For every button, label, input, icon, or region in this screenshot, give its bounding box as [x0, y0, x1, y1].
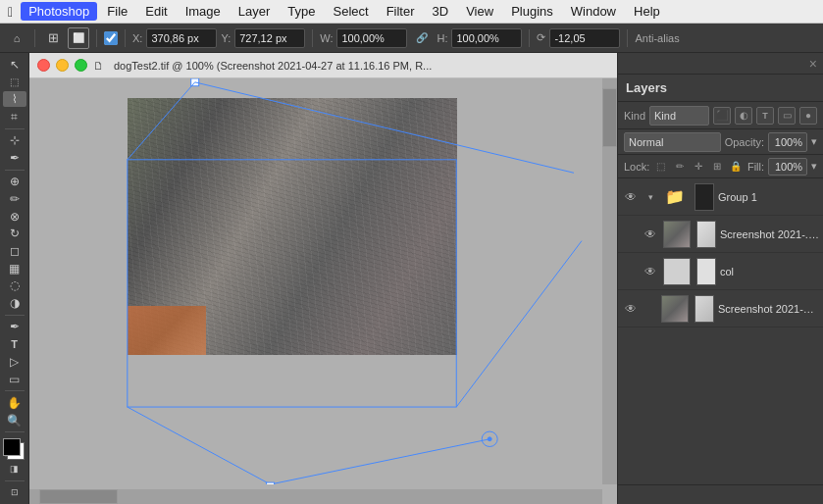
apple-logo[interactable]:  [8, 4, 13, 20]
layer-eye-col[interactable]: 👁 [642, 265, 659, 278]
menu-window[interactable]: Window [563, 2, 624, 21]
dodge-tool[interactable]: ◑ [3, 295, 26, 311]
layers-list: 👁 ▾ 📁 Group 1 👁 Screenshot 2021-... at 1… [618, 178, 823, 484]
w-input[interactable] [336, 28, 407, 48]
menu-file[interactable]: File [99, 2, 135, 21]
layers-panel-title: Layers [626, 80, 667, 95]
foreground-color-swatch[interactable] [3, 438, 21, 456]
hand-tool[interactable]: ✋ [3, 395, 26, 411]
type-filter-icon[interactable]: T [756, 107, 774, 125]
blur-tool[interactable]: ◌ [3, 278, 26, 294]
angle-input[interactable] [549, 28, 620, 48]
maximize-button[interactable] [75, 59, 87, 72]
fill-input[interactable] [768, 158, 807, 176]
menu-filter[interactable]: Filter [379, 2, 423, 21]
home-icon[interactable]: ⌂ [6, 27, 27, 49]
link-wh-icon[interactable]: 🔗 [411, 27, 433, 49]
close-button[interactable] [37, 59, 50, 72]
history-brush-tool[interactable]: ↻ [3, 227, 26, 242]
magic-wand-tool[interactable]: ⌗ [3, 109, 26, 125]
opacity-chevron[interactable]: ▾ [811, 135, 817, 148]
layer-item-col[interactable]: 👁 col [618, 253, 823, 290]
color-swatches[interactable] [3, 438, 26, 452]
selection-tool[interactable]: ⬚ [3, 75, 26, 90]
shape-tool[interactable]: ▭ [3, 372, 26, 387]
lock-all-icon[interactable]: 🔒 [729, 159, 744, 175]
layer-eye-screenshot2[interactable]: 👁 [622, 302, 640, 316]
layer-name-col: col [720, 266, 819, 277]
layer-eye-group1[interactable]: 👁 [622, 190, 640, 204]
tool-separator-3 [5, 315, 25, 316]
document-title: dogTest2.tif @ 100% (Screenshot 2021-04-… [114, 60, 432, 72]
menu-type[interactable]: Type [280, 2, 323, 21]
shape-filter-icon[interactable]: ▭ [778, 107, 796, 125]
quick-mask-tool[interactable]: ◨ [3, 461, 26, 477]
layer-item-screenshot2[interactable]: 👁 Screenshot 2021-0...7 at 11.16.16 PM [618, 290, 823, 328]
adjustment-filter-icon[interactable]: ◐ [735, 107, 752, 125]
menu-3d[interactable]: 3D [425, 2, 457, 21]
y-input[interactable] [234, 28, 305, 48]
main-layout: ↖ ⬚ ⌇ ⌗ ⊹ ✒ ⊕ ✏ ⊗ ↻ ◻ ▦ ◌ ◑ ✒ T ▷ ▭ ✋ 🔍 … [0, 53, 823, 504]
horizontal-scrollbar[interactable] [29, 489, 602, 504]
filter-label: Kind [624, 110, 645, 122]
transform-checkbox[interactable] [104, 31, 118, 45]
panel-close-button[interactable]: × [809, 56, 817, 72]
screen-mode-tool[interactable]: ⊡ [3, 484, 26, 500]
options-toolbar: ⌂ ⊞ ⬜ X: Y: W: 🔗 H: ⟳ Anti-alias [0, 24, 823, 53]
blend-mode-dropdown[interactable]: Normal [624, 132, 721, 152]
transform-tool-icon[interactable]: ⬜ [68, 27, 89, 49]
menu-edit[interactable]: Edit [137, 2, 175, 21]
clone-stamp-tool[interactable]: ⊗ [3, 209, 26, 225]
path-selection-tool[interactable]: ▷ [3, 354, 26, 370]
lock-row: Lock: ⬚ ✏ ✛ ⊞ 🔒 Fill: ▾ [618, 155, 823, 178]
toolbar-separator-3 [125, 29, 126, 47]
menu-layer[interactable]: Layer [231, 2, 279, 21]
filter-dropdown[interactable]: Kind [649, 106, 709, 126]
lasso-tool[interactable]: ⌇ [3, 91, 26, 107]
eraser-tool[interactable]: ◻ [3, 243, 26, 259]
fill-chevron[interactable]: ▾ [811, 160, 817, 173]
text-tool[interactable]: T [3, 336, 26, 352]
menu-select[interactable]: Select [326, 2, 377, 21]
menu-view[interactable]: View [458, 2, 501, 21]
layers-panel: × Layers Kind Kind ⬛ ◐ T ▭ ● Normal Opac… [617, 53, 823, 504]
layer-mask-screenshot2 [694, 295, 714, 323]
zoom-tool[interactable]: 🔍 [3, 413, 26, 428]
x-input[interactable] [146, 28, 217, 48]
move-tool[interactable]: ↖ [3, 57, 26, 73]
layer-item-screenshot1[interactable]: 👁 Screenshot 2021-... at 11.16.16 PM [618, 216, 823, 253]
menu-photoshop[interactable]: Photoshop [21, 2, 97, 21]
canvas-content[interactable] [29, 78, 597, 484]
lock-paint-icon[interactable]: ✏ [672, 159, 687, 175]
lock-position-icon[interactable]: ✛ [692, 159, 706, 175]
opacity-input[interactable] [768, 132, 807, 152]
h-input[interactable] [451, 28, 522, 48]
thumb-img-screenshot1 [664, 222, 690, 247]
brush-tool[interactable]: ✏ [3, 191, 26, 207]
vertical-scrollbar[interactable] [602, 78, 617, 484]
hscroll-thumb[interactable] [39, 489, 118, 504]
vscroll-thumb[interactable] [602, 88, 617, 147]
pen-tool[interactable]: ✒ [3, 320, 26, 335]
layer-eye-screenshot1[interactable]: 👁 [642, 227, 659, 241]
thumb-img-screenshot2 [662, 296, 688, 322]
menu-plugins[interactable]: Plugins [503, 2, 561, 21]
heal-brush-tool[interactable]: ⊕ [3, 174, 26, 189]
pixel-filter-icon[interactable]: ⬛ [713, 107, 731, 125]
lock-transparent-icon[interactable]: ⬚ [653, 159, 668, 175]
minimize-button[interactable] [56, 59, 69, 72]
y-label: Y: [221, 32, 231, 44]
crop-tool[interactable]: ⊹ [3, 132, 26, 148]
layer-expand-group1[interactable]: ▾ [643, 192, 657, 202]
layer-name-screenshot1: Screenshot 2021-... at 11.16.16 PM [720, 228, 819, 240]
canvas-image[interactable] [128, 98, 457, 355]
layer-item-group1[interactable]: 👁 ▾ 📁 Group 1 [618, 178, 823, 216]
eyedropper-tool[interactable]: ✒ [3, 150, 26, 166]
svg-rect-9 [267, 482, 275, 484]
menu-help[interactable]: Help [626, 2, 668, 21]
move-tool-icon[interactable]: ⊞ [42, 27, 64, 49]
smart-filter-icon[interactable]: ● [799, 107, 817, 125]
menu-image[interactable]: Image [178, 2, 229, 21]
lock-artboard-icon[interactable]: ⊞ [710, 159, 725, 175]
gradient-tool[interactable]: ▦ [3, 261, 26, 277]
